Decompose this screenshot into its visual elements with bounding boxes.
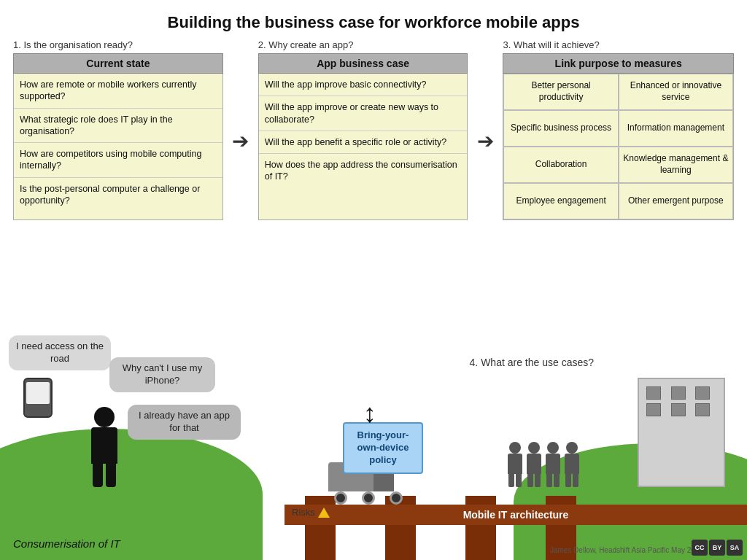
- sp-leg-2b: [535, 474, 541, 487]
- col-current-state: 1. Is the organisation ready? Current st…: [13, 39, 223, 220]
- col2-label: 2. Why create an app?: [258, 39, 468, 50]
- sp-body-3: [546, 454, 560, 474]
- col3-header: Link purpose to measures: [503, 53, 734, 74]
- wheel-2: [362, 491, 375, 505]
- col2-item-4: How does the app address the consumerisa…: [259, 154, 468, 188]
- updown-arrow: ↕: [363, 398, 376, 429]
- sp-leg-4b: [573, 474, 578, 487]
- arrow-1: ➔: [231, 39, 251, 220]
- bubble-app: I already have an app for that: [128, 405, 241, 440]
- bubble-iphone: Why can't I use my iPhone?: [109, 357, 215, 392]
- cc-icon: CC: [692, 540, 708, 556]
- small-person-3: [546, 442, 560, 487]
- sp-leg-4a: [565, 474, 571, 487]
- b-window-2: [671, 386, 686, 400]
- sp-body-4: [565, 454, 579, 474]
- sp-leg-1a: [508, 474, 514, 487]
- col2-item-2: Will the app improve or create new ways …: [259, 96, 468, 131]
- purpose-cell-5: Collaboration: [503, 147, 618, 183]
- sp-body-2: [527, 454, 541, 474]
- sp-leg-1b: [516, 474, 522, 487]
- sp-legs-2: [527, 474, 541, 487]
- page-title: Building the business case for workforce…: [0, 0, 747, 38]
- building: [638, 378, 725, 487]
- truck-wheels: [328, 491, 403, 505]
- sp-head-1: [509, 442, 521, 454]
- purpose-cell-8: Other emergent purpose: [619, 183, 733, 219]
- small-person-1: [508, 442, 522, 487]
- b-window-4: [646, 403, 661, 416]
- risks-label: Risks: [292, 507, 330, 518]
- col1-item-4: Is the post-personal computer a challeng…: [14, 178, 222, 212]
- col1-items: How are remote or mobile workers current…: [13, 74, 223, 220]
- building-windows: [639, 379, 724, 424]
- person-head: [94, 407, 115, 427]
- bottom-scene: Mobile IT architecture I need access on …: [0, 334, 747, 560]
- risks-text: Risks: [292, 507, 315, 518]
- col1-item-1: How are remote or mobile workers current…: [14, 74, 222, 109]
- top-section: 1. Is the organisation ready? Current st…: [0, 39, 747, 220]
- sp-head-4: [566, 442, 578, 454]
- cc-license: CC BY SA: [692, 540, 743, 556]
- col-app-business: 2. Why create an app? App business case …: [258, 39, 468, 220]
- b-window-6: [695, 403, 710, 416]
- person-leg-right: [106, 464, 116, 487]
- by-icon: BY: [709, 540, 725, 556]
- people-group: [508, 442, 579, 487]
- sp-body-1: [508, 454, 522, 474]
- sp-leg-2a: [527, 474, 533, 487]
- sp-legs-3: [546, 474, 560, 487]
- col-link-purpose: 3. What will it achieve? Link purpose to…: [503, 39, 734, 220]
- purpose-cell-4: Information management: [619, 110, 733, 147]
- col2-items: Will the app improve basic connectivity?…: [258, 74, 468, 220]
- sp-head-2: [528, 442, 540, 454]
- phone-screen: [26, 382, 50, 404]
- use-cases-label: 4. What are the use cases?: [470, 356, 594, 370]
- link-purpose-grid: Better personal productivity Enhanced or…: [503, 74, 734, 220]
- purpose-cell-2: Enhanced or innovative service: [619, 74, 733, 110]
- sa-icon: SA: [727, 540, 743, 556]
- person-body: [91, 427, 117, 464]
- person-leg-left: [93, 464, 103, 487]
- bridge: Mobile IT architecture: [285, 505, 747, 525]
- col2-item-3: Will the app benefit a specific role or …: [259, 131, 468, 154]
- b-window-3: [695, 386, 710, 400]
- sp-leg-3a: [546, 474, 552, 487]
- purpose-cell-1: Better personal productivity: [503, 74, 618, 110]
- credit: James Dellow, Headshift Asia Pacific May…: [550, 546, 703, 554]
- person-legs: [91, 464, 117, 487]
- bubble-road: I need access on the road: [9, 335, 111, 370]
- small-person-2: [527, 442, 541, 487]
- sp-legs-4: [565, 474, 578, 487]
- purpose-cell-6: Knowledge management & learning: [619, 147, 733, 183]
- col1-item-2: What strategic role does IT play in the …: [14, 109, 222, 144]
- warning-icon: [318, 508, 330, 518]
- wheel-1: [334, 491, 347, 505]
- col2-header: App business case: [258, 53, 468, 74]
- col3-label: 3. What will it achieve?: [503, 39, 734, 50]
- sp-head-3: [547, 442, 559, 454]
- phone-icon: [23, 378, 53, 418]
- byod-box: Bring-your-own-device policy: [343, 422, 423, 474]
- col1-item-3: How are competitors using mobile computi…: [14, 143, 222, 178]
- col1-label: 1. Is the organisation ready?: [13, 39, 223, 50]
- col1-header: Current state: [13, 53, 223, 74]
- b-window-5: [671, 403, 686, 416]
- purpose-cell-7: Employee engagement: [503, 183, 618, 219]
- person-figure: [91, 407, 117, 487]
- small-person-4: [565, 442, 579, 487]
- arrow-2: ➔: [475, 39, 495, 220]
- consumerisation-text: Consumerisation of IT: [13, 537, 120, 550]
- sp-leg-3b: [554, 474, 560, 487]
- col2-item-1: Will the app improve basic connectivity?: [259, 74, 468, 96]
- bridge-label: Mobile IT architecture: [463, 509, 569, 521]
- sp-legs-1: [508, 474, 522, 487]
- b-window-1: [646, 386, 661, 400]
- purpose-cell-3: Specific business process: [503, 110, 618, 147]
- wheel-3: [390, 491, 403, 505]
